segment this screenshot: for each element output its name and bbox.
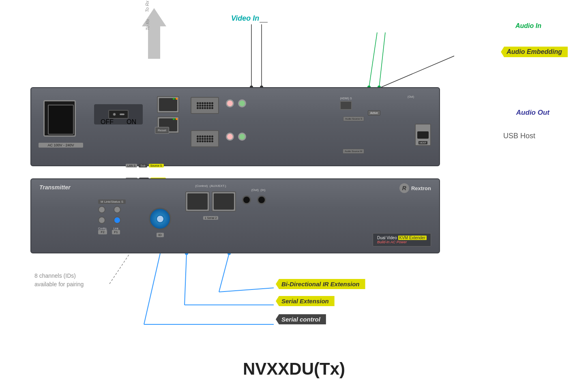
audio-jack-s-green — [238, 99, 246, 107]
config-link-row: Config. F2 Link F1 — [98, 227, 126, 234]
dvi-port-m — [191, 130, 219, 147]
id-dial[interactable] — [149, 208, 171, 230]
config-tag: F2 — [98, 230, 107, 234]
id-dial-area: ID — [149, 208, 171, 230]
usb-host-label: USB Host — [503, 132, 535, 140]
lan-led-4 — [176, 118, 178, 120]
channels-line1: 8 channels (IDs) — [34, 272, 84, 280]
audio-in-label: Audio In — [515, 22, 541, 30]
link-label: Link — [112, 227, 120, 230]
link-box: Link F1 — [112, 227, 120, 234]
to-rx-label-inner: To Rx — [145, 19, 150, 30]
led-m2 — [98, 217, 105, 224]
audio-source-m-box: Audio Source M — [343, 149, 364, 154]
ctrl-port-2 — [212, 191, 236, 212]
serial-extension-banner: Serial Extension — [276, 296, 335, 306]
lan-port-s-inner — [159, 98, 177, 111]
lan-s-leds — [173, 98, 178, 100]
svg-line-9 — [381, 56, 454, 87]
led-s — [114, 206, 121, 213]
serial-control-banner: Serial control — [276, 314, 326, 324]
dvi-port-s — [191, 97, 219, 114]
lan-led-2 — [176, 98, 178, 100]
serial-1-tag: 1 Serial 2 — [203, 216, 219, 220]
power-socket-inner — [48, 105, 74, 135]
usb-port-inner — [417, 131, 429, 139]
switch-off-label: OFF — [101, 118, 114, 126]
svg-line-17 — [185, 253, 187, 305]
hdmi-label: (HDMI) S — [340, 97, 352, 100]
power-label: AC 100V - 240V — [39, 143, 83, 148]
config-box: Config. F2 — [98, 227, 107, 234]
link-status-label: M Link/Status S — [98, 199, 126, 204]
svg-line-16 — [219, 288, 274, 292]
led-row-bottom — [98, 217, 126, 224]
bi-directional-ir-banner: Bi-Directional IR Extension — [276, 279, 365, 289]
audio-source-s-box: Audio Source S — [343, 116, 364, 121]
link-status-area: M Link/Status S Config. F2 Link F1 — [98, 199, 126, 234]
switch-dash — [120, 114, 124, 115]
source-s-tag: Source S — [149, 164, 164, 167]
ctrl-port-1-inner — [187, 193, 208, 210]
reset-button[interactable]: Reset — [155, 127, 169, 134]
svg-line-5 — [369, 32, 377, 87]
control-aux-label: (Control) (AUX/EXT.) — [185, 184, 236, 188]
product-line2: Build-In AC Power — [377, 240, 427, 244]
out-label-top: (Out) — [408, 95, 414, 98]
usb-host-port: HOST — [415, 124, 431, 146]
lan-led-1 — [173, 98, 175, 100]
switch-button[interactable] — [108, 110, 129, 119]
audio-embedding-banner: Audio Embedding — [501, 47, 568, 57]
ctrl-label-bottom: 1 Serial 2 — [185, 216, 236, 220]
product-kvm-extender: KVM Extender — [398, 236, 427, 240]
lan-led-3 — [173, 118, 175, 120]
transmitter-label: Transmitter — [39, 184, 71, 191]
link-tag: F1 — [112, 230, 120, 234]
main-container: To Rx To Rx Video In Audio In Audio Embe… — [0, 0, 588, 386]
id-label: ID — [157, 233, 164, 237]
product-line1: Dual Video KVM Extender — [377, 236, 427, 240]
hdmi-area: (HDMI) S — [340, 97, 352, 110]
jack-out-in-label: (Out) (In) — [242, 188, 275, 192]
audio-jack-m-green — [238, 133, 246, 141]
svg-line-14 — [109, 253, 130, 284]
led-s2 — [114, 217, 121, 224]
hdmi-port — [340, 101, 352, 110]
channels-label: 8 channels (IDs) available for pairing — [34, 272, 84, 289]
led-row-top — [98, 206, 126, 213]
svg-line-19 — [144, 253, 160, 324]
control-ports: (Control) (AUX/EXT.) 1 Serial 2 — [185, 191, 236, 212]
tx-jack-in — [257, 195, 266, 204]
product-info-box: Dual Video KVM Extender Build-In AC Powe… — [373, 233, 431, 247]
channels-line2: available for pairing — [34, 280, 84, 289]
lan-s-tag: LAN S — [126, 164, 137, 167]
usb-host-tag: HOST — [418, 141, 428, 144]
ctrl-port-2-inner — [214, 193, 234, 210]
product-dual-video: Dual Video — [377, 236, 397, 240]
lan-m-leds — [173, 118, 178, 120]
switch-dot — [113, 113, 116, 116]
rextron-r-icon: R — [399, 183, 409, 193]
arrow-shaft — [148, 26, 160, 59]
tx-jack-out — [242, 195, 251, 204]
to-rx-label-outer: To Rx — [145, 1, 150, 12]
top-device: AC 100V - 240V OFF ON — [30, 87, 440, 166]
active-indicator: Active — [368, 110, 380, 116]
svg-line-15 — [219, 253, 229, 292]
switch-labels: OFF ON — [94, 118, 143, 126]
rextron-logo: R Rextron — [399, 183, 431, 193]
svg-line-6 — [379, 32, 385, 87]
audio-out-label: Audio Out — [516, 109, 549, 117]
audio-jack-s-pink — [226, 99, 234, 107]
led-m — [98, 206, 105, 213]
ctrl-port-1 — [185, 191, 210, 212]
sub-tag: Sub — [139, 164, 147, 167]
tx-jacks: (Out) (In) — [242, 195, 266, 204]
video-in-label: Video In — [231, 14, 259, 23]
lan-port-s — [157, 96, 179, 113]
port-labels-row-1: LAN S Sub Source S — [126, 164, 164, 167]
id-dial-inner — [156, 215, 164, 223]
audio-jack-m-pink — [226, 133, 234, 141]
bottom-device: Transmitter R Rextron M Link/Status S Co… — [30, 178, 440, 253]
config-label: Config. — [98, 227, 107, 230]
